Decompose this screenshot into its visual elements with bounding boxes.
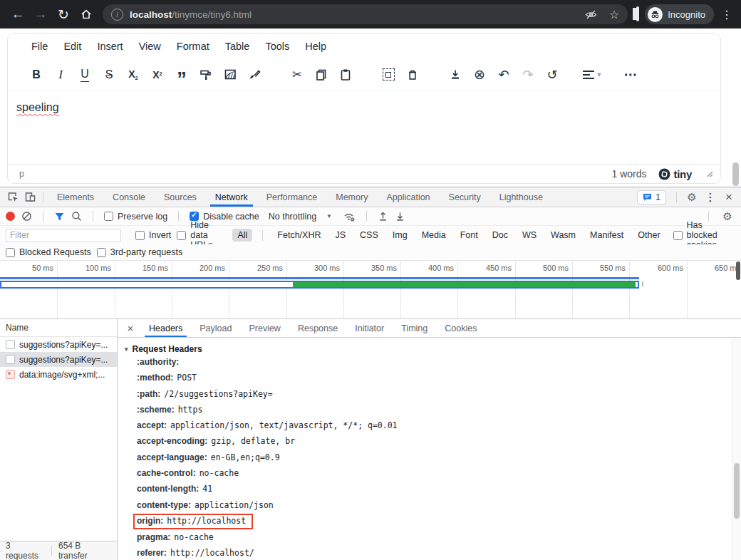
bold-button[interactable]: B [24, 64, 48, 85]
checkbox-unchecked-icon[interactable] [135, 231, 145, 240]
details-close-icon[interactable]: × [123, 322, 138, 334]
preserve-log-checkbox[interactable]: Preserve log [104, 212, 167, 222]
site-info-icon[interactable]: i [111, 9, 123, 21]
devtools-settings-icon[interactable]: ⚙ [684, 191, 700, 204]
detail-tab-timing[interactable]: Timing [393, 319, 436, 337]
detail-tab-headers[interactable]: Headers [140, 319, 191, 337]
tab-sources[interactable]: Sources [155, 187, 206, 207]
url-text[interactable]: localhost/tinymce/tiny6.html [130, 9, 252, 20]
details-scrollbar[interactable] [732, 338, 741, 560]
clear-button[interactable] [21, 211, 32, 222]
details-scrollbar-thumb[interactable] [734, 463, 740, 519]
tab-console[interactable]: Console [103, 187, 155, 207]
disclosure-triangle-icon[interactable]: ▾ [125, 346, 128, 353]
browser-menu-icon[interactable]: ⋮ [720, 8, 734, 21]
editor-content-area[interactable]: speeling [8, 91, 720, 164]
third-party-checkbox[interactable]: 3rd-party requests [97, 247, 182, 257]
tab-memory[interactable]: Memory [326, 187, 377, 207]
bookmark-star-icon[interactable]: ☆ [609, 8, 619, 21]
tab-application[interactable]: Application [377, 187, 439, 207]
reload-icon[interactable]: ↻ [53, 4, 74, 25]
request-list-column-header[interactable]: Name [0, 319, 117, 337]
back-icon[interactable]: ← [7, 4, 28, 25]
record-button[interactable] [6, 212, 15, 221]
copy-button[interactable] [309, 64, 333, 85]
checkbox-checked-icon[interactable] [190, 212, 199, 221]
device-toolbar-icon[interactable] [21, 190, 38, 205]
redo-button[interactable]: ↷ [516, 64, 540, 85]
undo-button[interactable]: ↶ [492, 64, 516, 85]
highlight-brush-button[interactable] [242, 64, 266, 85]
inspect-element-icon[interactable] [4, 190, 21, 205]
tab-lighthouse[interactable]: Lighthouse [490, 187, 552, 207]
menu-view[interactable]: View [131, 41, 169, 52]
forward-icon[interactable]: → [30, 4, 51, 25]
misspelled-word[interactable]: speeling [16, 101, 59, 113]
resize-handle[interactable] [706, 170, 713, 177]
checkbox-unchecked-icon[interactable] [6, 248, 15, 257]
search-icon[interactable] [71, 211, 82, 222]
subscript-button[interactable]: X2 [121, 64, 145, 85]
incognito-chip[interactable]: Incognito [645, 4, 714, 24]
export-download-button[interactable] [443, 64, 467, 85]
detail-tab-response[interactable]: Response [289, 319, 346, 337]
filter-type-wasm[interactable]: Wasm [551, 230, 576, 240]
throttling-select[interactable]: No throttling ▼ [269, 212, 332, 222]
filter-type-js[interactable]: JS [336, 230, 346, 240]
devtools-close-icon[interactable]: × [721, 190, 737, 204]
tab-network[interactable]: Network [206, 187, 257, 207]
filter-type-all[interactable]: All [232, 229, 252, 242]
tab-elements[interactable]: Elements [48, 187, 103, 207]
paste-button[interactable] [333, 64, 358, 85]
detail-tab-cookies[interactable]: Cookies [436, 319, 485, 337]
toolbar-overflow-button[interactable]: ⋯ [624, 66, 638, 83]
delete-button[interactable] [400, 64, 425, 85]
underline-button[interactable]: U [73, 64, 97, 85]
blockquote-button[interactable]: ” [170, 60, 194, 90]
filter-type-img[interactable]: Img [393, 230, 408, 240]
home-icon[interactable] [76, 4, 97, 25]
detail-tab-payload[interactable]: Payload [191, 319, 240, 337]
filter-type-font[interactable]: Font [460, 230, 478, 240]
address-bar[interactable]: i localhost/tinymce/tiny6.html ☆ [103, 4, 628, 24]
request-row-selected[interactable]: suggestions?apiKey=... [0, 352, 117, 367]
element-path[interactable]: p [19, 169, 24, 179]
invert-checkbox[interactable]: Invert [135, 230, 171, 240]
filter-toggle-icon[interactable] [54, 212, 65, 222]
tab-security[interactable]: Security [440, 187, 490, 207]
superscript-button[interactable]: X2 [145, 64, 170, 85]
tab-performance[interactable]: Performance [257, 187, 327, 207]
checkbox-unchecked-icon[interactable] [177, 231, 186, 240]
select-all-button[interactable] [376, 64, 400, 85]
filter-type-media[interactable]: Media [422, 230, 446, 240]
filter-type-other[interactable]: Other [638, 230, 660, 240]
filter-type-doc[interactable]: Doc [492, 230, 508, 240]
page-scrollbar-thumb[interactable] [732, 162, 739, 186]
request-headers-section[interactable]: ▾ Request Headers [125, 344, 741, 354]
filter-type-fetch-xhr[interactable]: Fetch/XHR [277, 230, 321, 240]
permanent-pen-button[interactable] [218, 64, 242, 85]
cancel-button[interactable]: ⊗ [467, 64, 492, 85]
blocked-requests-checkbox[interactable]: Blocked Requests [6, 247, 91, 257]
checkbox-unchecked-icon[interactable] [673, 231, 683, 240]
filter-type-ws[interactable]: WS [522, 230, 537, 240]
menu-tools[interactable]: Tools [257, 41, 297, 52]
detail-tab-preview[interactable]: Preview [240, 319, 289, 337]
issues-badge[interactable]: 1 [637, 190, 666, 204]
menu-help[interactable]: Help [297, 41, 334, 52]
checkbox-unchecked-icon[interactable] [97, 248, 106, 257]
filter-input[interactable] [6, 229, 121, 242]
eye-off-icon[interactable] [584, 8, 598, 21]
menu-file[interactable]: File [24, 41, 56, 52]
side-panel-icon[interactable] [636, 8, 639, 21]
word-count[interactable]: 1 words [612, 168, 647, 180]
restore-draft-button[interactable]: ↺ [540, 64, 564, 85]
menu-insert[interactable]: Insert [89, 41, 130, 52]
align-dropdown-button[interactable]: ▾ [583, 68, 601, 81]
strikethrough-button[interactable]: S [97, 64, 121, 85]
detail-tab-initiator[interactable]: Initiator [346, 319, 393, 337]
request-row[interactable]: suggestions?apiKey=... [0, 337, 117, 352]
menu-format[interactable]: Format [169, 41, 217, 52]
tiny-logo[interactable]: tiny [658, 168, 692, 180]
menu-table[interactable]: Table [217, 41, 258, 52]
